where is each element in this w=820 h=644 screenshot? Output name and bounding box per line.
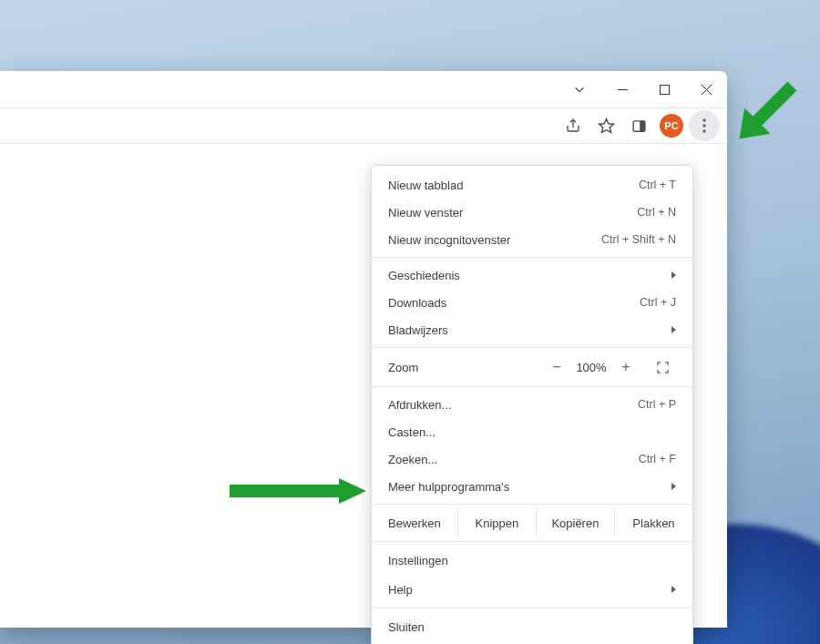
menu-shortcut: Ctrl + N <box>637 206 676 219</box>
menu-separator <box>372 257 692 258</box>
menu-item-help[interactable]: Help <box>372 575 692 604</box>
menu-item-print[interactable]: Afdrukken... Ctrl + P <box>372 391 692 418</box>
fullscreen-icon <box>656 361 670 374</box>
side-panel-icon[interactable] <box>623 110 654 141</box>
menu-separator <box>372 541 692 542</box>
annotation-arrow-to-settings <box>230 473 375 509</box>
menu-label: Casten... <box>388 425 436 439</box>
menu-item-new-incognito[interactable]: Nieuw incognitovenster Ctrl + Shift + N <box>372 226 692 253</box>
zoom-label: Zoom <box>388 361 543 374</box>
tab-search-chevron[interactable] <box>565 77 594 102</box>
more-menu-button[interactable] <box>689 110 720 141</box>
menu-shortcut: Ctrl + Shift + N <box>601 233 676 246</box>
menu-label: Sluiten <box>388 620 425 634</box>
menu-item-bookmarks[interactable]: Bladwijzers <box>372 316 692 343</box>
menu-label: Nieuw venster <box>388 206 463 220</box>
svg-rect-3 <box>640 120 645 130</box>
menu-item-exit[interactable]: Sluiten <box>372 612 692 641</box>
menu-label: Bladwijzers <box>388 323 448 337</box>
browser-toolbar: PC <box>0 107 727 144</box>
menu-item-find[interactable]: Zoeken... Ctrl + F <box>372 445 692 473</box>
edit-paste-button[interactable]: Plakken <box>614 508 692 537</box>
menu-item-history[interactable]: Geschiedenis <box>372 261 692 289</box>
avatar-badge: PC <box>660 114 683 138</box>
menu-label: Help <box>388 583 413 597</box>
menu-item-downloads[interactable]: Downloads Ctrl + J <box>372 289 692 316</box>
menu-label: Zoeken... <box>388 453 437 466</box>
menu-separator <box>372 608 692 608</box>
menu-item-new-window[interactable]: Nieuw venster Ctrl + N <box>372 199 692 226</box>
fullscreen-button[interactable] <box>649 361 676 374</box>
maximize-button[interactable] <box>643 71 685 107</box>
menu-separator <box>372 504 692 505</box>
menu-separator <box>372 347 692 348</box>
submenu-arrow-icon <box>671 326 676 333</box>
zoom-value: 100% <box>570 361 612 374</box>
svg-marker-10 <box>339 478 366 504</box>
menu-label: Geschiedenis <box>388 269 460 282</box>
submenu-arrow-icon <box>671 586 676 593</box>
edit-cut-button[interactable]: Knippen <box>457 508 536 537</box>
menu-shortcut: Ctrl + J <box>640 296 676 309</box>
edit-label: Bewerken <box>372 508 457 537</box>
zoom-in-button[interactable]: + <box>612 359 640 375</box>
edit-copy-button[interactable]: Kopiëren <box>536 508 614 537</box>
vertical-dots-icon <box>702 118 706 133</box>
chrome-main-menu: Nieuw tabblad Ctrl + T Nieuw venster Ctr… <box>371 165 693 644</box>
menu-item-new-tab[interactable]: Nieuw tabblad Ctrl + T <box>372 171 692 199</box>
menu-shortcut: Ctrl + T <box>639 179 676 191</box>
titlebar <box>0 71 727 107</box>
minimize-button[interactable] <box>601 71 643 107</box>
profile-avatar[interactable]: PC <box>656 110 687 141</box>
menu-item-cast[interactable]: Casten... <box>372 418 692 445</box>
svg-point-4 <box>702 118 705 121</box>
svg-point-5 <box>702 124 705 127</box>
menu-label: Instellingen <box>388 554 448 567</box>
share-icon[interactable] <box>558 110 589 141</box>
submenu-arrow-icon <box>671 271 676 279</box>
menu-item-edit-row: Bewerken Knippen Kopiëren Plakken <box>372 508 692 537</box>
menu-item-zoom: Zoom − 100% + <box>372 352 692 383</box>
submenu-arrow-icon <box>671 483 676 490</box>
menu-shortcut: Ctrl + F <box>639 453 676 465</box>
menu-label: Nieuw incognitovenster <box>388 233 510 247</box>
menu-label: Meer hulpprogramma's <box>388 480 509 494</box>
menu-label: Afdrukken... <box>388 398 451 412</box>
bookmark-star-icon[interactable] <box>590 110 621 141</box>
menu-separator <box>372 386 692 387</box>
menu-item-more-tools[interactable]: Meer hulpprogramma's <box>372 473 692 500</box>
svg-point-6 <box>702 129 705 132</box>
svg-rect-1 <box>660 85 669 94</box>
menu-label: Nieuw tabblad <box>388 179 463 192</box>
annotation-arrow-to-menu-button <box>722 71 813 162</box>
menu-item-settings[interactable]: Instellingen <box>372 546 692 575</box>
menu-label: Downloads <box>388 296 446 310</box>
menu-shortcut: Ctrl + P <box>638 398 676 411</box>
zoom-out-button[interactable]: − <box>543 359 570 375</box>
